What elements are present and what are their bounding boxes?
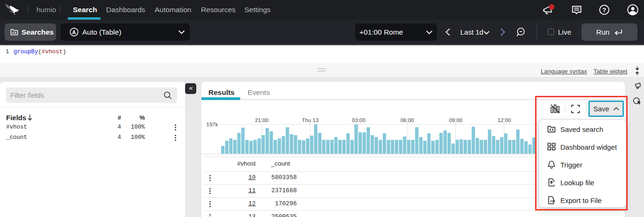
svg-text:12:00: 12:00 — [498, 117, 511, 123]
svg-text:Thu 13: Thu 13 — [302, 117, 319, 123]
svg-text:A: A — [72, 29, 76, 35]
svg-text:09:00: 09:00 — [449, 117, 463, 123]
svg-text:06:00: 06:00 — [401, 117, 414, 123]
svg-text:197k: 197k — [207, 122, 218, 127]
svg-text:?: ? — [602, 7, 606, 14]
svg-text:21:00: 21:00 — [255, 117, 269, 123]
svg-text:03:00: 03:00 — [352, 117, 365, 123]
